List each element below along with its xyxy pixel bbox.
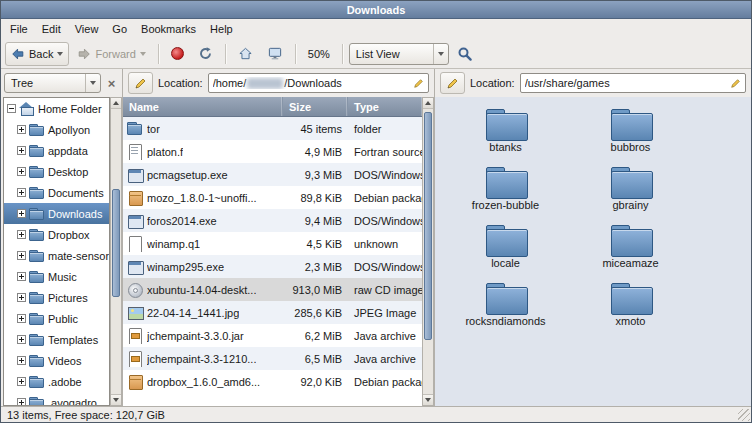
expander-icon[interactable] [7, 104, 16, 113]
column-header-type[interactable]: Type [348, 97, 422, 116]
sidebar-item-music[interactable]: Music [4, 266, 109, 287]
expander-icon[interactable] [17, 209, 26, 218]
file-row-dropbox-1-6-0-amd6[interactable]: dropbox_1.6.0_amd6...92,0 KiBDebian pack… [123, 370, 422, 393]
expander-icon[interactable] [17, 125, 26, 134]
sidebar-item-label: Apollyon [48, 124, 90, 136]
right-location-input[interactable]: /usr/share/games [520, 73, 746, 93]
expander-icon[interactable] [17, 167, 26, 176]
menu-help[interactable]: Help [203, 20, 240, 38]
statusbar: 13 items, Free space: 120,7 GiB [1, 406, 751, 422]
sidebar-item-desktop[interactable]: Desktop [4, 161, 109, 182]
menubar: FileEditViewGoBookmarksHelp [1, 19, 751, 39]
file-row-foros2014-exe[interactable]: foros2014.exe9,4 MiBDOS/Windows e... [123, 209, 422, 232]
sidebar-item-appdata[interactable]: appdata [4, 140, 109, 161]
menu-go[interactable]: Go [105, 20, 134, 38]
back-button[interactable]: Back [5, 42, 69, 66]
folder-icon [29, 208, 44, 220]
expander-icon[interactable] [17, 356, 26, 365]
menu-view[interactable]: View [68, 20, 106, 38]
forward-dropdown-icon[interactable] [140, 52, 146, 56]
expander-icon[interactable] [17, 251, 26, 260]
scroll-up-icon[interactable] [423, 98, 433, 109]
file-row-pcmagsetup-exe[interactable]: pcmagsetup.exe9,3 MiBDOS/Windows e... [123, 163, 422, 186]
sidebar-item-downloads[interactable]: Downloads [4, 203, 109, 224]
column-header-size[interactable]: Size [283, 97, 348, 116]
folder-icon [29, 292, 44, 304]
sidebar-item-pictures[interactable]: Pictures [4, 287, 109, 308]
icon-view-item-rocksndiamonds[interactable]: rocksndiamonds [443, 283, 568, 341]
scrollbar-thumb[interactable] [112, 189, 120, 297]
folder-icon [29, 271, 44, 283]
scroll-down-icon[interactable] [423, 394, 433, 405]
titlebar[interactable]: Downloads [1, 1, 751, 19]
close-sidebar-button[interactable] [104, 76, 119, 91]
sidebar-item-mate-sensors[interactable]: mate-sensors- [4, 245, 109, 266]
refresh-button[interactable] [192, 42, 219, 66]
icon-view-item-bubbros[interactable]: bubbros [568, 109, 693, 167]
file-row-jchempaint-3-3-0-jar[interactable]: jchempaint-3.3.0.jar6,2 MiBJava archive [123, 324, 422, 347]
file-type: Java archive [348, 353, 422, 365]
left-file-pane: Location: /home//Downloads Name Size Typ… [123, 69, 435, 406]
sidebar-item-adobe[interactable]: .adobe [4, 371, 109, 392]
sidebar-item-avogadro[interactable]: .avogadro [4, 392, 109, 406]
left-location-input[interactable]: /home//Downloads [208, 73, 429, 93]
file-list-scrollbar[interactable] [422, 97, 434, 406]
sidebar-item-home-folder[interactable]: Home Folder [4, 98, 109, 119]
resize-grip[interactable] [738, 409, 750, 421]
expander-icon[interactable] [17, 188, 26, 197]
clear-location-icon[interactable] [413, 78, 424, 89]
home-button[interactable] [232, 42, 259, 66]
file-name: foros2014.exe [147, 215, 217, 227]
menu-file[interactable]: File [3, 20, 35, 38]
clear-location-icon[interactable] [730, 78, 741, 89]
expander-icon[interactable] [17, 335, 26, 344]
icon-view-item-gbrainy[interactable]: gbrainy [568, 167, 693, 225]
expander-icon[interactable] [17, 146, 26, 155]
expander-icon[interactable] [17, 398, 26, 406]
file-row-xubuntu-14-04-deskt[interactable]: xubuntu-14.04-deskt...913,0 MiBraw CD im… [123, 278, 422, 301]
column-header-name[interactable]: Name [123, 97, 283, 116]
sidebar-item-dropbox[interactable]: Dropbox [4, 224, 109, 245]
sidebar-item-public[interactable]: Public [4, 308, 109, 329]
sidebar-mode-combo[interactable]: Tree [4, 73, 101, 93]
icon-view[interactable]: btanksbubbrosfrozen-bubblegbrainylocalem… [435, 97, 751, 406]
sidebar-item-apollyon[interactable]: Apollyon [4, 119, 109, 140]
sidebar-scrollbar[interactable] [110, 97, 122, 406]
file-row-jchempaint-3-3-1210[interactable]: jchempaint-3.3-1210...6,5 MiBJava archiv… [123, 347, 422, 370]
icon-view-item-locale[interactable]: locale [443, 225, 568, 283]
edit-location-button[interactable] [128, 72, 153, 94]
sidebar-item-videos[interactable]: Videos [4, 350, 109, 371]
expander-icon[interactable] [17, 377, 26, 386]
icon-view-item-xmoto[interactable]: xmoto [568, 283, 693, 341]
icon-view-item-btanks[interactable]: btanks [443, 109, 568, 167]
expander-icon[interactable] [17, 230, 26, 239]
icon-view-item-frozen-bubble[interactable]: frozen-bubble [443, 167, 568, 225]
scrollbar-thumb[interactable] [424, 112, 432, 340]
menu-edit[interactable]: Edit [35, 20, 68, 38]
folder-icon [29, 397, 44, 407]
file-row-22-04-14-1441-jpg[interactable]: 22-04-14_1441.jpg285,6 KiBJPEG Image [123, 301, 422, 324]
exe-file-icon [127, 213, 143, 229]
scroll-down-icon[interactable] [111, 394, 121, 405]
sidebar-item-documents[interactable]: Documents [4, 182, 109, 203]
file-row-tor[interactable]: tor45 itemsfolder [123, 117, 422, 140]
file-row-winamp295-exe[interactable]: winamp295.exe2,3 MiBDOS/Windows ex... [123, 255, 422, 278]
menu-bookmarks[interactable]: Bookmarks [134, 20, 203, 38]
forward-button[interactable]: Forward [71, 42, 151, 66]
stop-button[interactable] [165, 42, 190, 66]
expander-icon[interactable] [17, 293, 26, 302]
expander-icon[interactable] [17, 314, 26, 323]
file-row-mozo-1-8-0-1-unoffi[interactable]: mozo_1.8.0-1~unoffi...89,8 KiBDebian pac… [123, 186, 422, 209]
expander-icon[interactable] [17, 272, 26, 281]
file-list: Name Size Type tor45 itemsfolderplaton.f… [123, 97, 422, 406]
view-mode-combo[interactable]: List View [349, 43, 449, 65]
scroll-up-icon[interactable] [111, 98, 121, 109]
edit-location-button[interactable] [440, 72, 465, 94]
back-dropdown-icon[interactable] [57, 52, 63, 56]
search-button[interactable] [451, 42, 479, 66]
file-row-platon-f[interactable]: platon.f4,9 MiBFortran source co [123, 140, 422, 163]
icon-view-item-miceamaze[interactable]: miceamaze [568, 225, 693, 283]
sidebar-item-templates[interactable]: Templates [4, 329, 109, 350]
file-row-winamp-q1[interactable]: winamp.q14,5 KiBunknown [123, 232, 422, 255]
computer-button[interactable] [261, 42, 289, 66]
